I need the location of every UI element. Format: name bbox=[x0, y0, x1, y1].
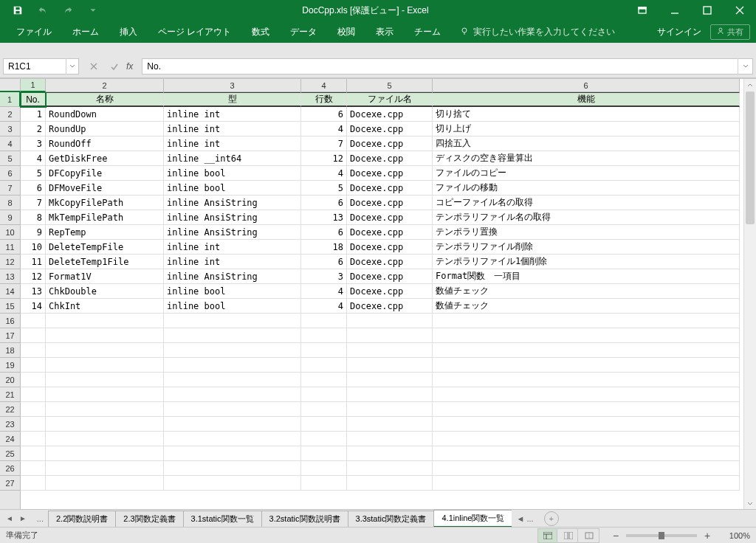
empty-cell[interactable] bbox=[433, 343, 740, 358]
header-cell[interactable]: 行数 bbox=[301, 92, 347, 107]
empty-cell[interactable] bbox=[46, 314, 164, 328]
header-cell[interactable]: 機能 bbox=[433, 92, 740, 107]
table-cell[interactable]: 4 bbox=[301, 166, 347, 181]
table-cell[interactable]: inline bool bbox=[164, 284, 301, 299]
empty-cell[interactable] bbox=[301, 402, 347, 417]
table-cell[interactable]: inline AnsiString bbox=[164, 196, 301, 210]
row-header[interactable]: 7 bbox=[0, 181, 20, 196]
tab-team[interactable]: チーム bbox=[404, 21, 451, 43]
empty-cell[interactable] bbox=[164, 476, 301, 491]
table-cell[interactable]: 9 bbox=[21, 225, 46, 240]
sheet-more-left[interactable]: ... bbox=[32, 512, 48, 525]
row-header[interactable]: 8 bbox=[0, 196, 20, 210]
empty-cell[interactable] bbox=[21, 387, 46, 402]
header-cell[interactable]: ファイル名 bbox=[347, 92, 433, 107]
table-cell[interactable]: Docexe.cpp bbox=[347, 136, 433, 151]
row-header[interactable]: 25 bbox=[0, 446, 20, 461]
row-header[interactable]: 19 bbox=[0, 358, 20, 373]
row-header[interactable]: 15 bbox=[0, 299, 20, 314]
formula-input[interactable] bbox=[142, 61, 738, 72]
table-cell[interactable]: Docexe.cpp bbox=[347, 240, 433, 255]
empty-cell[interactable] bbox=[347, 446, 433, 461]
table-cell[interactable]: Docexe.cpp bbox=[347, 107, 433, 122]
empty-cell[interactable] bbox=[164, 461, 301, 476]
table-cell[interactable]: inline AnsiString bbox=[164, 269, 301, 284]
table-cell[interactable]: RepTemp bbox=[46, 225, 164, 240]
sheet-tab[interactable]: 2.2関数説明書 bbox=[48, 511, 116, 528]
empty-cell[interactable] bbox=[164, 402, 301, 417]
column-header[interactable]: 3 bbox=[164, 79, 301, 91]
table-cell[interactable]: 切り上げ bbox=[433, 122, 740, 136]
table-cell[interactable]: テンポラリファイル名の取得 bbox=[433, 210, 740, 225]
empty-cell[interactable] bbox=[301, 387, 347, 402]
empty-cell[interactable] bbox=[21, 343, 46, 358]
fx-label[interactable]: fx bbox=[126, 61, 137, 72]
empty-cell[interactable] bbox=[21, 417, 46, 432]
table-cell[interactable]: DeleteTempFile bbox=[46, 240, 164, 255]
sheet-tab[interactable]: 3.1static関数一覧 bbox=[183, 511, 262, 528]
table-cell[interactable]: 10 bbox=[21, 240, 46, 255]
empty-cell[interactable] bbox=[46, 387, 164, 402]
table-cell[interactable]: コピーファイル名の取得 bbox=[433, 196, 740, 210]
table-cell[interactable]: inline AnsiString bbox=[164, 210, 301, 225]
column-header[interactable]: 4 bbox=[301, 79, 347, 91]
empty-cell[interactable] bbox=[433, 387, 740, 402]
empty-cell[interactable] bbox=[301, 417, 347, 432]
table-cell[interactable]: ファイルのコピー bbox=[433, 166, 740, 181]
zoom-thumb[interactable] bbox=[659, 532, 664, 539]
empty-cell[interactable] bbox=[46, 461, 164, 476]
empty-cell[interactable] bbox=[21, 402, 46, 417]
table-cell[interactable]: 6 bbox=[301, 255, 347, 269]
table-cell[interactable]: 数値チェック bbox=[433, 284, 740, 299]
table-cell[interactable]: Docexe.cpp bbox=[347, 122, 433, 136]
empty-cell[interactable] bbox=[301, 446, 347, 461]
row-header[interactable]: 4 bbox=[0, 136, 20, 151]
row-header[interactable]: 16 bbox=[0, 314, 20, 328]
empty-cell[interactable] bbox=[433, 476, 740, 491]
empty-cell[interactable] bbox=[21, 446, 46, 461]
empty-cell[interactable] bbox=[164, 328, 301, 343]
empty-cell[interactable] bbox=[301, 461, 347, 476]
empty-cell[interactable] bbox=[46, 446, 164, 461]
cancel-formula-icon[interactable] bbox=[85, 58, 103, 75]
tab-insert[interactable]: 挿入 bbox=[109, 21, 148, 43]
table-cell[interactable]: RoundUp bbox=[46, 122, 164, 136]
empty-cell[interactable] bbox=[347, 343, 433, 358]
tab-pagelayout[interactable]: ページ レイアウト bbox=[148, 21, 241, 43]
table-cell[interactable]: inline int bbox=[164, 122, 301, 136]
table-cell[interactable]: inline __int64 bbox=[164, 151, 301, 166]
sheet-more-right[interactable]: ◄ ... bbox=[512, 512, 537, 525]
enter-formula-icon[interactable] bbox=[106, 58, 123, 75]
empty-cell[interactable] bbox=[164, 446, 301, 461]
table-cell[interactable]: ChkInt bbox=[46, 299, 164, 314]
sheet-nav-prev-icon[interactable]: ◄ bbox=[6, 514, 13, 522]
table-cell[interactable]: 5 bbox=[301, 181, 347, 196]
scroll-down-icon[interactable] bbox=[744, 497, 756, 509]
empty-cell[interactable] bbox=[21, 314, 46, 328]
empty-cell[interactable] bbox=[46, 358, 164, 373]
signin-link[interactable]: サインイン bbox=[657, 26, 710, 38]
empty-cell[interactable] bbox=[46, 328, 164, 343]
row-header[interactable]: 13 bbox=[0, 269, 20, 284]
table-cell[interactable]: MkTempFilePath bbox=[46, 210, 164, 225]
table-cell[interactable]: inline int bbox=[164, 240, 301, 255]
tab-formulas[interactable]: 数式 bbox=[241, 21, 280, 43]
table-cell[interactable]: 7 bbox=[301, 136, 347, 151]
tab-view[interactable]: 表示 bbox=[365, 21, 404, 43]
empty-cell[interactable] bbox=[164, 358, 301, 373]
table-cell[interactable]: 4 bbox=[301, 122, 347, 136]
table-cell[interactable]: Format関数 一項目 bbox=[433, 269, 740, 284]
table-cell[interactable]: テンポラリファイル1個削除 bbox=[433, 255, 740, 269]
sheet-tab[interactable]: 2.3関数定義書 bbox=[115, 511, 183, 528]
table-cell[interactable]: 3 bbox=[301, 269, 347, 284]
row-header[interactable]: 14 bbox=[0, 284, 20, 299]
empty-cell[interactable] bbox=[21, 358, 46, 373]
name-box-dropdown-icon[interactable] bbox=[66, 58, 78, 75]
zoom-percent[interactable]: 100% bbox=[718, 531, 750, 540]
share-button[interactable]: 共有 bbox=[710, 24, 750, 40]
table-cell[interactable]: inline int bbox=[164, 136, 301, 151]
row-header[interactable]: 12 bbox=[0, 255, 20, 269]
vertical-scrollbar[interactable] bbox=[743, 79, 756, 509]
table-cell[interactable]: inline bool bbox=[164, 299, 301, 314]
table-cell[interactable]: Docexe.cpp bbox=[347, 196, 433, 210]
